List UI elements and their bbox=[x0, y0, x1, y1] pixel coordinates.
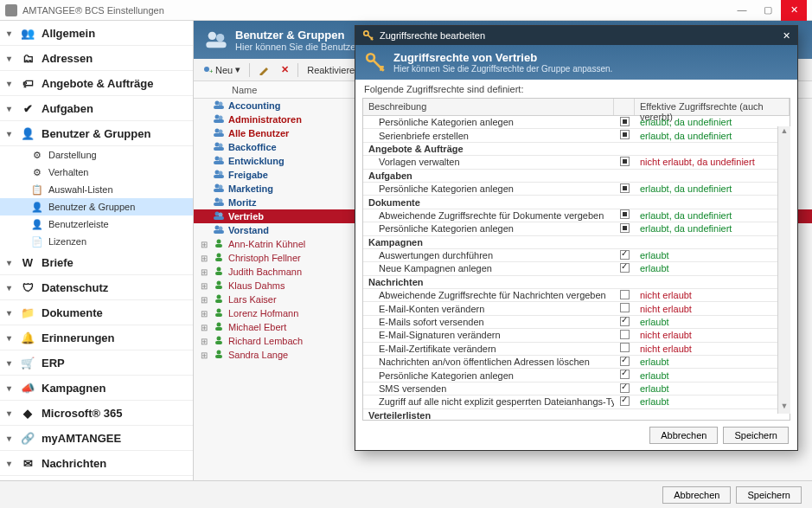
sidebar-cat[interactable]: ▾👤Benutzer & Gruppen bbox=[0, 121, 193, 146]
sidebar-cat-label: Adressen bbox=[42, 52, 93, 65]
sidebar-sub[interactable]: 👤Benutzer & Gruppen bbox=[0, 198, 193, 215]
sidebar-cat[interactable]: ▾🔔Erinnerungen bbox=[0, 325, 193, 350]
expand-icon[interactable]: ⊞ bbox=[199, 295, 209, 305]
perm-row[interactable]: Neue Kampagnen anlegenerlaubt bbox=[363, 262, 790, 275]
perm-label: Zugriff auf alle nicht explizit gesperrt… bbox=[363, 396, 614, 407]
perm-checkbox[interactable] bbox=[620, 396, 630, 406]
perm-row[interactable]: Nachrichten an/von öffentlichen Adressen… bbox=[363, 356, 790, 369]
perm-effective: erlaubt, da undefiniert bbox=[635, 131, 790, 141]
perm-row[interactable]: Vorlagen verwaltennicht erlaubt, da unde… bbox=[363, 156, 790, 169]
perm-checkbox[interactable] bbox=[620, 330, 630, 339]
perm-checkbox[interactable] bbox=[620, 117, 630, 126]
perm-checkbox[interactable] bbox=[620, 263, 630, 273]
perm-checkbox[interactable] bbox=[620, 250, 630, 260]
perm-checkbox[interactable] bbox=[620, 370, 630, 379]
sidebar-sub-label: Lizenzen bbox=[48, 236, 86, 247]
sidebar-sub[interactable]: ⚙Darstellung bbox=[0, 146, 193, 164]
group-icon bbox=[213, 141, 225, 151]
sidebar-sub[interactable]: 📋Auswahl-Listen bbox=[0, 181, 193, 198]
expand-icon[interactable]: ⊞ bbox=[199, 240, 209, 249]
dialog-cancel-button[interactable]: Abbrechen bbox=[649, 427, 718, 444]
perm-row[interactable]: Auswertungen durchführenerlaubt bbox=[363, 249, 790, 262]
bell-icon: 🔔 bbox=[19, 331, 36, 344]
sidebar-cat[interactable]: ▾WBriefe bbox=[0, 250, 193, 275]
perm-checkbox[interactable] bbox=[620, 357, 630, 366]
perm-row[interactable]: E-Mails sofort versendenerlaubt bbox=[363, 316, 790, 329]
dialog-close-button[interactable]: ✕ bbox=[783, 30, 790, 42]
perm-row[interactable]: SMS versendenerlaubt bbox=[363, 383, 790, 395]
perm-checkbox[interactable] bbox=[620, 183, 630, 193]
maximize-button[interactable]: ▢ bbox=[755, 0, 781, 21]
sidebar-sub[interactable]: 📄Lizenzen bbox=[0, 233, 193, 250]
perm-row[interactable]: Persönliche Kategorien anlegenerlaubt, d… bbox=[363, 183, 790, 196]
sidebar-cat[interactable]: ▾◆Microsoft® 365 bbox=[0, 401, 193, 426]
minimize-button[interactable]: — bbox=[729, 0, 755, 21]
chevron-down-icon: ▾ bbox=[7, 54, 19, 63]
edit-button[interactable] bbox=[255, 63, 272, 77]
dialog-scrollbar[interactable]: ▲ ▼ bbox=[777, 126, 790, 414]
expand-icon[interactable]: ⊞ bbox=[199, 267, 209, 277]
close-button[interactable]: ✕ bbox=[781, 0, 807, 21]
perm-checkbox[interactable] bbox=[620, 383, 630, 393]
sidebar-cat[interactable]: ▾🏷Angebote & Aufträge bbox=[0, 71, 193, 96]
perm-checkbox[interactable] bbox=[620, 290, 630, 299]
sidebar-cat[interactable]: ▾🛡Datenschutz bbox=[0, 275, 193, 300]
expand-icon[interactable]: ⊞ bbox=[199, 254, 209, 263]
sidebar-sub[interactable]: ⚙Verhalten bbox=[0, 164, 193, 181]
dialog-save-button[interactable]: Speichern bbox=[723, 427, 789, 444]
perm-row[interactable]: E-Mail-Konten verändernnicht erlaubt bbox=[363, 302, 790, 315]
svg-point-31 bbox=[219, 213, 223, 217]
col-effective[interactable]: Effektive Zugriffsrechte (auch vererbt) bbox=[635, 99, 790, 115]
chevron-down-icon: ▾ bbox=[7, 29, 19, 38]
sidebar-cat[interactable]: ▾🔗myAMTANGEE bbox=[0, 426, 193, 451]
col-checkbox bbox=[614, 99, 635, 115]
perm-label: Persönliche Kategorien anlegen bbox=[363, 117, 614, 127]
perm-label: Persönliche Kategorien anlegen bbox=[363, 370, 614, 381]
sidebar-cat[interactable]: ▾🗂Adressen bbox=[0, 46, 193, 71]
expand-icon[interactable]: ⊞ bbox=[199, 309, 209, 318]
group-icon bbox=[213, 224, 225, 235]
sidebar-cat[interactable]: ▾📁Dokumente bbox=[0, 300, 193, 325]
sidebar-cat[interactable]: ▾👥Allgemein bbox=[0, 21, 193, 46]
perm-label: Aufgaben bbox=[363, 170, 614, 181]
shield-icon: 🛡 bbox=[19, 280, 36, 294]
expand-icon[interactable]: ⊞ bbox=[199, 350, 209, 360]
perm-row[interactable]: E-Mail-Zertifikate verändernnicht erlaub… bbox=[363, 343, 790, 356]
sidebar-sub[interactable]: 👤Benutzerleiste bbox=[0, 215, 193, 233]
perm-row[interactable]: Zugriff auf alle nicht explizit gesperrt… bbox=[363, 395, 790, 408]
perm-row[interactable]: Persönliche Kategorien anlegenerlaubt, d… bbox=[363, 116, 790, 129]
users-add-icon: + bbox=[202, 65, 213, 75]
sidebar-cat[interactable]: ▾🛒ERP bbox=[0, 350, 193, 376]
perm-checkbox[interactable] bbox=[620, 157, 630, 166]
perm-row[interactable]: Abweichende Zugriffsrechte für Nachricht… bbox=[363, 289, 790, 302]
expand-icon[interactable]: ⊞ bbox=[199, 323, 209, 332]
svg-rect-35 bbox=[214, 230, 224, 234]
perm-label: Kampagnen bbox=[363, 237, 614, 248]
delete-button[interactable]: ✕ bbox=[278, 62, 292, 77]
perm-checkbox[interactable] bbox=[620, 303, 630, 312]
main-save-button[interactable]: Speichern bbox=[736, 486, 802, 504]
perm-checkbox[interactable] bbox=[620, 343, 630, 352]
expand-icon[interactable]: ⊞ bbox=[199, 281, 209, 291]
perm-checkbox[interactable] bbox=[620, 223, 630, 233]
sidebar-cat[interactable]: ▾📣Kampagnen bbox=[0, 376, 193, 401]
perm-category: Angebote & Aufträge bbox=[363, 143, 790, 156]
perm-row[interactable]: Persönliche Kategorien anlegenerlaubt bbox=[363, 369, 790, 382]
perm-checkbox[interactable] bbox=[620, 209, 630, 219]
perm-row[interactable]: Abweichende Zugriffsrechte für Dokumente… bbox=[363, 209, 790, 222]
perm-checkbox[interactable] bbox=[620, 317, 630, 326]
perm-row[interactable]: Persönliche Kategorien anlegenerlaubt, d… bbox=[363, 222, 790, 235]
main-cancel-button[interactable]: Abbrechen bbox=[662, 486, 731, 504]
perm-checkbox[interactable] bbox=[620, 130, 630, 139]
dialog-subtitle: Hier können Sie die Zugriffsrechte der G… bbox=[393, 64, 612, 74]
col-description[interactable]: Beschreibung bbox=[363, 99, 614, 115]
sidebar-cat[interactable]: ▾✔Aufgaben bbox=[0, 96, 193, 121]
new-button[interactable]: + Neu ▾ bbox=[199, 62, 244, 77]
sidebar-cat-label: ERP bbox=[42, 357, 65, 370]
perm-row[interactable]: Serienbriefe erstellenerlaubt, da undefi… bbox=[363, 129, 790, 142]
sidebar-cat[interactable]: ▾✉Nachrichten bbox=[0, 451, 193, 476]
expand-icon[interactable]: ⊞ bbox=[199, 337, 209, 346]
perm-label: Dokumente bbox=[363, 197, 614, 208]
group-icon bbox=[213, 196, 225, 207]
perm-row[interactable]: E-Mail-Signaturen verändernnicht erlaubt bbox=[363, 329, 790, 342]
